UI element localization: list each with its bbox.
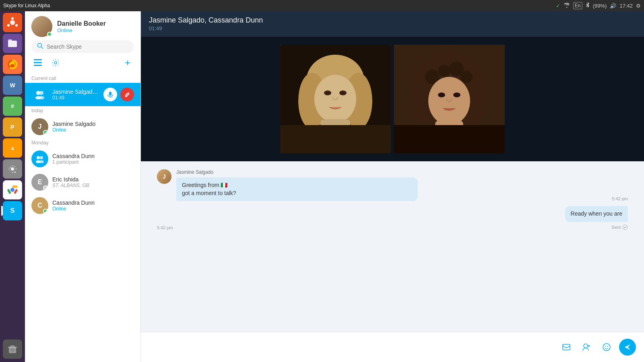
own-message-group: 5:42 pm Ready when you are Sent xyxy=(157,206,628,230)
dock-system-settings[interactable] xyxy=(3,159,22,179)
current-call-item[interactable]: Jasmine Salgado, Ca... 01:49 xyxy=(25,83,140,106)
dock: W # P a S xyxy=(0,11,25,362)
titlebar-right: ✓ En (99%) 🔊 17:42 ⚙ xyxy=(556,2,641,10)
send-btn[interactable] xyxy=(619,339,636,356)
chat-area: Jasmine Salgado, Cassandra Dunn 01:49 xyxy=(141,11,644,362)
jasmine-msg-avatar: J xyxy=(157,169,171,184)
svg-rect-6 xyxy=(8,39,12,41)
svg-point-60 xyxy=(603,343,610,351)
svg-point-22 xyxy=(39,91,43,95)
sidebar: Danielle Booker Online + Current call xyxy=(25,11,141,362)
chat-header: Jasmine Salgado, Cassandra Dunn 01:49 xyxy=(141,11,644,37)
svg-point-3 xyxy=(7,24,10,27)
titlebar: Skype for Linux Alpha ✓ En (99%) 🔊 17:42… xyxy=(0,0,644,11)
cassandra-group-avatar xyxy=(31,150,48,167)
cassandra-name: Cassandra Dunn xyxy=(52,200,134,206)
add-participants-btn[interactable] xyxy=(579,339,594,355)
sent-label: Sent xyxy=(611,225,621,230)
battery-icon: (99%) xyxy=(593,3,607,9)
message-input[interactable] xyxy=(149,344,554,350)
cassandra-status-text: Online xyxy=(52,206,134,212)
emoji-btn[interactable] xyxy=(599,339,614,355)
cassandra-status xyxy=(43,209,48,214)
svg-rect-56 xyxy=(563,344,570,350)
chat-title: Jasmine Salgado, Cassandra Dunn xyxy=(149,16,636,25)
cassandra-group-sub: 1 participant xyxy=(52,159,134,165)
svg-point-37 xyxy=(324,90,331,95)
cassandra-info: Cassandra Dunn Online xyxy=(52,200,134,212)
current-call-label: Current call xyxy=(25,74,140,83)
dock-firefox[interactable] xyxy=(3,55,22,74)
jasmine-status xyxy=(43,130,48,135)
dock-doc[interactable]: P xyxy=(3,117,22,137)
dock-skype[interactable]: S xyxy=(3,201,22,220)
svg-point-61 xyxy=(605,346,606,347)
svg-rect-19 xyxy=(34,65,42,66)
search-input[interactable] xyxy=(47,43,128,50)
video-jasmine xyxy=(280,45,391,153)
own-msg-time: 5:42 pm xyxy=(157,225,173,230)
system-settings-icon[interactable]: ⚙ xyxy=(636,3,641,9)
jasmine-msg-time: 5:42 pm xyxy=(612,196,628,201)
dock-calc[interactable]: # xyxy=(3,97,22,116)
settings-btn[interactable] xyxy=(49,56,62,69)
bluetooth-icon xyxy=(586,2,590,10)
call-duration: 01:49 xyxy=(52,95,99,101)
contacts-tab-btn[interactable] xyxy=(31,56,44,69)
svg-point-1 xyxy=(10,20,15,25)
contact-item-cassandra-group[interactable]: Cassandra Dunn 1 participant xyxy=(25,147,140,171)
own-msg-content: Ready when you are Sent xyxy=(178,206,628,230)
svg-point-15 xyxy=(38,43,42,47)
eric-name: Eric Ishida xyxy=(52,176,134,183)
svg-point-2 xyxy=(11,17,14,20)
contact-item-jasmine[interactable]: J Jasmine Salgado Online xyxy=(25,115,140,138)
dock-trash[interactable] xyxy=(3,339,22,359)
search-icon xyxy=(37,43,43,51)
file-attach-btn[interactable] xyxy=(559,339,574,355)
message-group-jasmine: J Jasmine Salgado Greetings from 🇮🇹 got … xyxy=(157,169,628,201)
jasmine-status-text: Online xyxy=(52,127,134,133)
eric-info: Eric Ishida ST. ALBANS, GB xyxy=(52,176,134,188)
svg-point-36 xyxy=(314,75,356,123)
end-call-btn[interactable] xyxy=(120,88,134,101)
jasmine-avatar: J xyxy=(31,118,48,135)
search-bar[interactable] xyxy=(31,40,134,53)
svg-point-52 xyxy=(453,93,460,97)
call-avatar xyxy=(31,86,48,103)
add-contact-btn[interactable]: + xyxy=(121,56,134,69)
user-info: Danielle Booker Online xyxy=(57,20,106,33)
svg-point-50 xyxy=(428,77,470,125)
svg-rect-18 xyxy=(34,62,42,63)
lang-indicator: En xyxy=(573,2,582,9)
monday-label: Monday xyxy=(25,138,140,147)
dock-files[interactable] xyxy=(3,34,22,53)
call-name: Jasmine Salgado, Ca... xyxy=(52,88,99,95)
user-name: Danielle Booker xyxy=(57,20,106,27)
cassandra-group-name: Cassandra Dunn xyxy=(52,153,134,159)
mute-btn[interactable] xyxy=(103,88,117,101)
jasmine-info: Jasmine Salgado Online xyxy=(52,121,134,133)
user-status: Online xyxy=(57,27,106,33)
chat-subtitle: 01:49 xyxy=(149,25,636,31)
video-cassandra xyxy=(394,45,505,153)
svg-point-51 xyxy=(438,93,445,97)
jasmine-msg-line1: Greetings from 🇮🇹 xyxy=(182,182,227,188)
app-title: Skype for Linux Alpha xyxy=(3,3,50,8)
jasmine-msg-bubble-1: Greetings from 🇮🇹 got a moment to talk? xyxy=(176,177,418,201)
own-msg-bubble: Ready when you are xyxy=(565,206,628,222)
messages-area: J Jasmine Salgado Greetings from 🇮🇹 got … xyxy=(141,161,644,332)
svg-rect-40 xyxy=(280,125,391,153)
dock-text[interactable]: W xyxy=(3,76,22,95)
contact-item-cassandra[interactable]: C Cassandra Dunn Online xyxy=(25,194,140,217)
contact-item-eric[interactable]: E Eric Ishida ST. ALBANS, GB xyxy=(25,171,140,194)
dock-chrome[interactable] xyxy=(3,180,22,200)
sidebar-toolbar: + xyxy=(25,56,140,74)
avatar-container xyxy=(31,16,52,37)
eric-avatar: E xyxy=(31,174,48,191)
video-area xyxy=(141,37,644,161)
dock-ubuntu[interactable] xyxy=(3,13,22,32)
user-online-indicator xyxy=(47,32,52,37)
dock-amazon[interactable]: a xyxy=(3,138,22,158)
svg-point-57 xyxy=(584,344,588,348)
svg-point-8 xyxy=(11,167,14,171)
